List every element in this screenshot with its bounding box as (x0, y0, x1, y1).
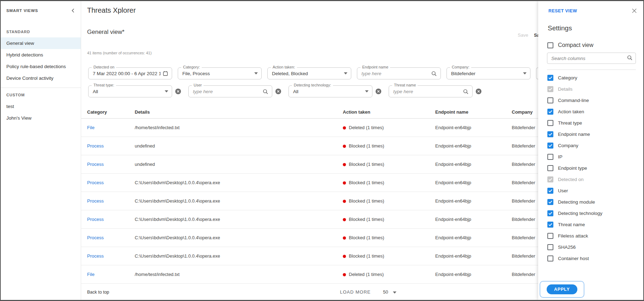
column-header-endpoint-name[interactable]: Endpoint name (435, 109, 512, 115)
search-columns-input[interactable] (551, 56, 627, 61)
action-taken-cell: Blocked (1 times) (343, 180, 435, 185)
details-cell: C:\Users\bdvm\Desktop\1.0.0.4\opera.exe (135, 253, 343, 259)
category-link[interactable]: File (87, 125, 135, 130)
action-taken-text: Blocked (1 times) (349, 253, 384, 259)
filter-item-detecting-technology: Detecting technology:All (288, 85, 382, 97)
table-row[interactable]: ProcessC:\Users\bdvm\Desktop\1.0.0.4\ope… (81, 174, 539, 192)
threats-table: CategoryDetailsAction takenEndpoint name… (81, 106, 539, 301)
unchecked-checkbox-icon (547, 165, 553, 171)
sidebar-item-general-view[interactable]: General view (1, 37, 81, 49)
column-toggle-user[interactable]: User (547, 185, 640, 196)
column-toggle-command-line[interactable]: Command-line (547, 95, 640, 106)
unchecked-checkbox-icon (547, 244, 553, 250)
endpoint-name-cell: Endpoint-en64bjp (435, 272, 512, 277)
filter-label: Threat name (392, 83, 418, 87)
apply-button[interactable]: APPLY (547, 284, 577, 294)
filter-threat-type[interactable]: Threat type:All (88, 85, 172, 97)
column-toggle-threat-type[interactable]: Threat type (547, 117, 640, 128)
column-header-details[interactable]: Details (135, 109, 343, 115)
filter-clear-icon[interactable] (375, 88, 382, 95)
sidebar-item-hybrid-detections[interactable]: Hybrid detections (1, 49, 81, 61)
category-link[interactable]: Process (87, 217, 135, 222)
filter-label: Threat type: (92, 83, 116, 87)
checked-checkbox-icon (547, 109, 553, 115)
filter-company[interactable]: Company:Bitdefender (446, 67, 530, 79)
filter-detected-on[interactable]: Detected on7 Mar 2022 00:00 - 6 Apr 2022… (88, 67, 172, 79)
category-link[interactable]: Process (87, 143, 135, 149)
close-icon[interactable] (632, 8, 637, 13)
filter-value: Bitdefender (451, 71, 521, 76)
compact-view-checkbox[interactable]: Compact view (547, 42, 593, 48)
page-size-select[interactable]: 50 (383, 289, 396, 295)
column-toggle-category[interactable]: Category (547, 72, 640, 83)
reset-view-button[interactable]: RESET VIEW (548, 8, 577, 13)
category-link[interactable]: Process (87, 180, 135, 185)
sidebar-item-device-control-activity[interactable]: Device Control activity (1, 72, 81, 84)
checkbox-icon (547, 42, 553, 48)
category-link[interactable]: Process (87, 198, 135, 204)
action-taken-cell: Blocked (1 times) (343, 253, 435, 259)
category-link[interactable]: Process (87, 162, 135, 167)
sidebar-item-test[interactable]: test (1, 101, 81, 112)
smart-views-sidebar: SMART VIEWS STANDARDGeneral viewHybrid d… (1, 1, 81, 300)
chevron-down-icon (344, 72, 347, 74)
filter-endpoint-name[interactable]: Endpoint name (357, 67, 441, 79)
company-cell: Bitdefender (512, 162, 539, 167)
column-toggle-endpoint-name[interactable]: Endpoint name (547, 128, 640, 140)
back-to-top-link[interactable]: Back to top (87, 290, 109, 295)
sidebar-item-policy-rule-based-detections[interactable]: Policy rule-based detections (1, 61, 81, 72)
table-row[interactable]: ProcessC:\Users\bdvm\Desktop\1.0.0.4\ope… (81, 229, 539, 247)
table-row[interactable]: ProcessC:\Users\bdvm\Desktop\1.0.0.4\ope… (81, 210, 539, 229)
filter-detecting-technology[interactable]: Detecting technology:All (288, 85, 372, 97)
filter-input-user[interactable] (193, 89, 260, 94)
column-toggle-container-host[interactable]: Container host (547, 253, 640, 264)
unchecked-checkbox-icon (547, 97, 553, 103)
load-more-button[interactable]: LOAD MORE (340, 289, 371, 295)
column-toggle-company[interactable]: Company (547, 140, 640, 151)
table-row[interactable]: ProcessC:\Users\bdvm\Desktop\1.0.0.4\ope… (81, 192, 539, 210)
column-toggle-sha256[interactable]: SHA256 (547, 241, 640, 253)
filter-category[interactable]: Category:File, Process (178, 67, 262, 79)
column-toggle-ip[interactable]: IP (547, 151, 640, 162)
column-toggle-fileless-attack[interactable]: Fileless attack (547, 230, 640, 241)
filter-clear-icon[interactable] (475, 88, 482, 95)
filter-action-taken[interactable]: Action taken:Deleted, Blocked (267, 67, 351, 79)
company-cell: Bitdefender (512, 198, 539, 204)
status-dot-icon (343, 145, 346, 148)
filter-threat-name[interactable]: Threat name (389, 85, 473, 97)
table-row[interactable]: File/home/test/infected.txtDeleted (1 ti… (81, 119, 539, 137)
column-toggle-threat-name[interactable]: Threat name (547, 219, 640, 230)
filter-input-threat-name[interactable] (393, 89, 461, 94)
filter-clear-icon[interactable] (275, 88, 281, 95)
filter-input-endpoint-name[interactable] (362, 71, 429, 76)
sidebar-collapse-icon[interactable] (71, 8, 75, 13)
column-toggle-label: Category (558, 75, 577, 80)
column-toggle-action-taken[interactable]: Action taken (547, 106, 640, 117)
column-header-action-taken[interactable]: Action taken (343, 109, 435, 115)
category-link[interactable]: File (87, 272, 135, 277)
sidebar-collapse-icon (72, 8, 74, 13)
table-row[interactable]: ProcessC:\Users\bdvm\Desktop\1.0.0.4\ope… (81, 247, 539, 265)
table-row[interactable]: File/home/test/infected.txtDeleted (1 ti… (81, 265, 539, 284)
table-row[interactable]: ProcessundefinedBlocked (1 times)Endpoin… (81, 137, 539, 155)
filter-user[interactable]: User (188, 85, 272, 97)
category-link[interactable]: Process (87, 235, 135, 240)
filter-clear-icon[interactable] (175, 88, 181, 95)
search-icon (627, 55, 633, 61)
checked-checkbox-icon (547, 143, 553, 149)
column-header-category[interactable]: Category (87, 109, 135, 115)
column-header-company[interactable]: Company (512, 109, 539, 115)
column-toggle-endpoint-type[interactable]: Endpoint type (547, 162, 640, 174)
chevron-down-icon (393, 291, 396, 294)
sidebar-item-john-s-view[interactable]: John's View (1, 112, 81, 124)
column-toggle-detecting-technology[interactable]: Detecting technology (547, 207, 640, 219)
action-taken-cell: Blocked (1 times) (343, 162, 435, 167)
check-icon (548, 88, 552, 91)
chevron-down-icon (393, 289, 396, 295)
check-icon (548, 189, 552, 192)
category-link[interactable]: Process (87, 253, 135, 259)
table-row[interactable]: ProcessundefinedBlocked (1 times)Endpoin… (81, 155, 539, 174)
action-taken-text: Blocked (1 times) (349, 198, 384, 204)
column-toggle-detecting-module[interactable]: Detecting module (547, 196, 640, 207)
filter-label: Company: (450, 65, 471, 69)
